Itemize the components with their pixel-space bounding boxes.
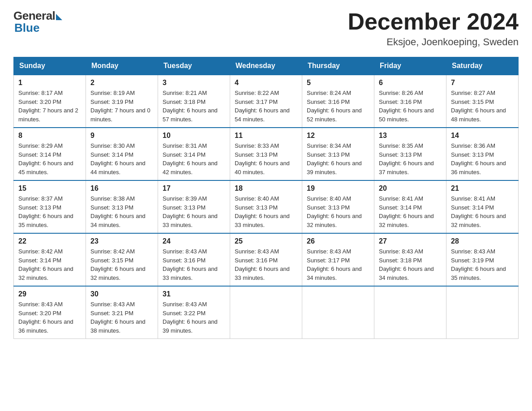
day-number: 26 (307, 237, 369, 245)
day-info: Sunrise: 8:41 AMSunset: 3:14 PMDaylight:… (451, 194, 514, 229)
calendar-cell: 16Sunrise: 8:38 AMSunset: 3:13 PMDayligh… (86, 180, 158, 233)
calendar-cell (446, 286, 519, 339)
day-info: Sunrise: 8:19 AMSunset: 3:19 PMDaylight:… (90, 89, 153, 124)
calendar-week-row: 8Sunrise: 8:29 AMSunset: 3:14 PMDaylight… (14, 128, 519, 180)
day-info: Sunrise: 8:24 AMSunset: 3:16 PMDaylight:… (307, 89, 369, 124)
day-info: Sunrise: 8:41 AMSunset: 3:14 PMDaylight:… (379, 194, 442, 229)
calendar-week-row: 22Sunrise: 8:42 AMSunset: 3:14 PMDayligh… (14, 233, 519, 286)
calendar-header-row: SundayMondayTuesdayWednesdayThursdayFrid… (14, 57, 519, 75)
day-number: 24 (163, 237, 225, 245)
day-info: Sunrise: 8:29 AMSunset: 3:14 PMDaylight:… (18, 141, 81, 176)
day-info: Sunrise: 8:43 AMSunset: 3:17 PMDaylight:… (307, 247, 369, 282)
day-info: Sunrise: 8:43 AMSunset: 3:22 PMDaylight:… (163, 300, 225, 335)
day-info: Sunrise: 8:43 AMSunset: 3:21 PMDaylight:… (90, 300, 153, 335)
day-number: 25 (235, 237, 297, 245)
day-info: Sunrise: 8:40 AMSunset: 3:13 PMDaylight:… (235, 194, 297, 229)
calendar-cell: 11Sunrise: 8:33 AMSunset: 3:13 PMDayligh… (230, 128, 302, 180)
calendar-cell: 8Sunrise: 8:29 AMSunset: 3:14 PMDaylight… (14, 128, 86, 180)
calendar-cell: 20Sunrise: 8:41 AMSunset: 3:14 PMDayligh… (374, 180, 446, 233)
calendar-cell: 1Sunrise: 8:17 AMSunset: 3:20 PMDaylight… (14, 75, 86, 128)
calendar-cell: 25Sunrise: 8:43 AMSunset: 3:16 PMDayligh… (230, 233, 302, 286)
day-number: 29 (18, 290, 81, 298)
calendar-header-thursday: Thursday (302, 57, 374, 75)
calendar-cell: 19Sunrise: 8:40 AMSunset: 3:13 PMDayligh… (302, 180, 374, 233)
calendar-cell: 15Sunrise: 8:37 AMSunset: 3:13 PMDayligh… (14, 180, 86, 233)
calendar-header-monday: Monday (86, 57, 158, 75)
calendar-cell: 30Sunrise: 8:43 AMSunset: 3:21 PMDayligh… (86, 286, 158, 339)
day-info: Sunrise: 8:42 AMSunset: 3:14 PMDaylight:… (18, 247, 81, 282)
calendar-cell: 4Sunrise: 8:22 AMSunset: 3:17 PMDaylight… (230, 75, 302, 128)
day-info: Sunrise: 8:30 AMSunset: 3:14 PMDaylight:… (90, 141, 153, 176)
logo-blue-text: Blue (14, 21, 39, 35)
day-info: Sunrise: 8:42 AMSunset: 3:15 PMDaylight:… (90, 247, 153, 282)
calendar-cell (374, 286, 446, 339)
day-info: Sunrise: 8:22 AMSunset: 3:17 PMDaylight:… (235, 89, 297, 124)
day-number: 23 (90, 237, 153, 245)
day-number: 9 (90, 132, 153, 140)
day-number: 10 (163, 132, 225, 140)
day-info: Sunrise: 8:37 AMSunset: 3:13 PMDaylight:… (18, 194, 81, 229)
title-block: December 2024 Eksjoe, Joenkoeping, Swede… (348, 9, 519, 48)
day-number: 7 (451, 79, 514, 87)
day-number: 14 (451, 132, 514, 140)
calendar-header-sunday: Sunday (14, 57, 86, 75)
day-info: Sunrise: 8:38 AMSunset: 3:13 PMDaylight:… (90, 194, 153, 229)
logo-arrow-icon (56, 14, 62, 20)
day-info: Sunrise: 8:34 AMSunset: 3:13 PMDaylight:… (307, 141, 369, 176)
day-number: 12 (307, 132, 369, 140)
calendar-cell: 12Sunrise: 8:34 AMSunset: 3:13 PMDayligh… (302, 128, 374, 180)
day-number: 15 (18, 184, 81, 193)
logo: General Blue (13, 9, 62, 35)
day-number: 5 (307, 79, 369, 87)
day-number: 20 (379, 184, 442, 193)
day-number: 19 (307, 184, 369, 193)
calendar-cell: 27Sunrise: 8:43 AMSunset: 3:18 PMDayligh… (374, 233, 446, 286)
day-number: 21 (451, 184, 514, 193)
day-number: 27 (379, 237, 442, 245)
day-number: 2 (90, 79, 153, 87)
day-number: 11 (235, 132, 297, 140)
day-info: Sunrise: 8:21 AMSunset: 3:18 PMDaylight:… (163, 89, 225, 124)
calendar-table: SundayMondayTuesdayWednesdayThursdayFrid… (13, 57, 519, 339)
calendar-cell: 26Sunrise: 8:43 AMSunset: 3:17 PMDayligh… (302, 233, 374, 286)
calendar-cell: 3Sunrise: 8:21 AMSunset: 3:18 PMDaylight… (158, 75, 230, 128)
day-number: 13 (379, 132, 442, 140)
day-number: 4 (235, 79, 297, 87)
calendar-cell: 7Sunrise: 8:27 AMSunset: 3:15 PMDaylight… (446, 75, 519, 128)
day-info: Sunrise: 8:43 AMSunset: 3:18 PMDaylight:… (379, 247, 442, 282)
calendar-header-friday: Friday (374, 57, 446, 75)
calendar-location: Eksjoe, Joenkoeping, Sweden (348, 36, 519, 48)
day-number: 3 (163, 79, 225, 87)
day-number: 6 (379, 79, 442, 87)
day-info: Sunrise: 8:43 AMSunset: 3:19 PMDaylight:… (451, 247, 514, 282)
calendar-cell: 14Sunrise: 8:36 AMSunset: 3:13 PMDayligh… (446, 128, 519, 180)
day-number: 31 (163, 290, 225, 298)
day-number: 8 (18, 132, 81, 140)
calendar-cell: 6Sunrise: 8:26 AMSunset: 3:16 PMDaylight… (374, 75, 446, 128)
calendar-cell: 23Sunrise: 8:42 AMSunset: 3:15 PMDayligh… (86, 233, 158, 286)
day-info: Sunrise: 8:31 AMSunset: 3:14 PMDaylight:… (163, 141, 225, 176)
calendar-header-tuesday: Tuesday (158, 57, 230, 75)
calendar-cell: 17Sunrise: 8:39 AMSunset: 3:13 PMDayligh… (158, 180, 230, 233)
calendar-cell (302, 286, 374, 339)
day-number: 28 (451, 237, 514, 245)
day-info: Sunrise: 8:33 AMSunset: 3:13 PMDaylight:… (235, 141, 297, 176)
calendar-week-row: 1Sunrise: 8:17 AMSunset: 3:20 PMDaylight… (14, 75, 519, 128)
day-number: 1 (18, 79, 81, 87)
calendar-cell: 28Sunrise: 8:43 AMSunset: 3:19 PMDayligh… (446, 233, 519, 286)
day-info: Sunrise: 8:27 AMSunset: 3:15 PMDaylight:… (451, 89, 514, 124)
calendar-cell: 2Sunrise: 8:19 AMSunset: 3:19 PMDaylight… (86, 75, 158, 128)
day-number: 17 (163, 184, 225, 193)
day-info: Sunrise: 8:40 AMSunset: 3:13 PMDaylight:… (307, 194, 369, 229)
day-info: Sunrise: 8:43 AMSunset: 3:16 PMDaylight:… (163, 247, 225, 282)
calendar-cell: 29Sunrise: 8:43 AMSunset: 3:20 PMDayligh… (14, 286, 86, 339)
day-number: 18 (235, 184, 297, 193)
calendar-title: December 2024 (348, 9, 519, 34)
day-number: 16 (90, 184, 153, 193)
day-info: Sunrise: 8:35 AMSunset: 3:13 PMDaylight:… (379, 141, 442, 176)
calendar-header-wednesday: Wednesday (230, 57, 302, 75)
calendar-cell: 24Sunrise: 8:43 AMSunset: 3:16 PMDayligh… (158, 233, 230, 286)
day-info: Sunrise: 8:26 AMSunset: 3:16 PMDaylight:… (379, 89, 442, 124)
day-info: Sunrise: 8:36 AMSunset: 3:13 PMDaylight:… (451, 141, 514, 176)
day-number: 30 (90, 290, 153, 298)
